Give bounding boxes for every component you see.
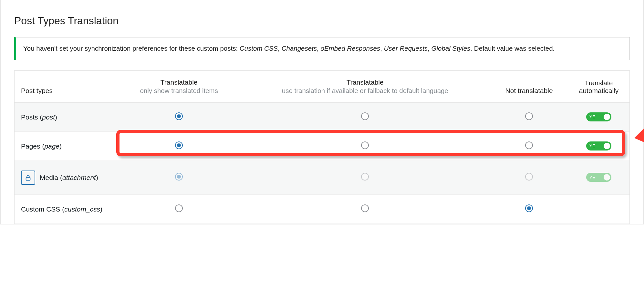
post-type-name-cell: Media (attachment) [15,161,118,194]
notice-item: Custom CSS [240,45,278,52]
sync-preferences-notice: You haven't set your synchronization pre… [14,37,630,60]
translate-auto-toggle: YE [586,173,611,182]
radio-cell [118,131,240,161]
col-header-translatable-only: Translatable only show translated items [118,71,240,103]
toggle-knob [604,174,610,181]
toggle-label: YE [589,175,595,180]
table-row: Pages (page)YE [15,131,629,161]
radio-not-translatable[interactable] [525,112,533,120]
col-header-not-translatable: Not translatable [490,71,568,103]
radio-cell [118,161,240,194]
translate-auto-toggle[interactable]: YE [586,141,611,150]
radio-translatable-only[interactable] [175,112,183,120]
post-types-table: Post types Translatable only show transl… [15,71,629,224]
radio-translatable-fallback[interactable] [361,204,369,212]
col-header-translate-auto: Translate automatically [568,71,629,103]
notice-item: Changesets [282,45,317,52]
radio-translatable-fallback[interactable] [361,112,369,120]
toggle-knob [604,114,610,120]
radio-translatable-fallback [361,173,369,181]
radio-not-translatable[interactable] [525,204,533,212]
radio-cell [490,131,568,161]
radio-cell [240,131,490,161]
toggle-cell: YE [568,102,629,131]
section-title: Post Types Translation [14,0,630,37]
post-type-name-cell: Pages (page) [15,131,118,161]
table-row: Media (attachment)YE [15,161,629,194]
radio-cell [490,161,568,194]
toggle-cell: YE [568,161,629,194]
toggle-label: YE [589,114,595,119]
radio-cell [490,194,568,223]
post-type-label: Pages (page) [21,142,62,150]
radio-cell [118,102,240,131]
col-header-post-types: Post types [15,71,118,103]
col-header-translatable-fallback: Translatable use translation if availabl… [240,71,490,103]
notice-item: User Requests [384,45,428,52]
radio-translatable-only[interactable] [175,141,183,149]
table-row: Posts (post)YE [15,102,629,131]
post-type-name-cell: Posts (post) [15,102,118,131]
post-type-label: Media (attachment) [40,174,98,181]
radio-translatable-only [175,173,183,181]
radio-not-translatable [525,173,533,181]
translate-auto-toggle[interactable]: YE [586,112,611,121]
toggle-cell: YE [568,131,629,161]
notice-prefix: You haven't set your synchronization pre… [23,45,240,52]
post-type-label: Custom CSS (custom_css) [21,205,102,213]
radio-cell [490,102,568,131]
toggle-cell [568,194,629,223]
radio-not-translatable[interactable] [525,141,533,149]
radio-cell [240,194,490,223]
post-type-label: Posts (post) [21,113,57,121]
lock-icon[interactable] [21,171,35,185]
svg-rect-0 [26,177,30,180]
post-type-name-cell: Custom CSS (custom_css) [15,194,118,223]
radio-translatable-only[interactable] [175,204,183,212]
notice-suffix: . Default value was selected. [470,45,555,52]
radio-cell [240,161,490,194]
table-row: Custom CSS (custom_css) [15,194,629,223]
radio-cell [240,102,490,131]
radio-translatable-fallback[interactable] [361,141,369,149]
notice-item: oEmbed Responses [321,45,380,52]
radio-cell [118,194,240,223]
notice-item: Global Styles [431,45,471,52]
toggle-label: YE [589,143,595,148]
toggle-knob [604,143,610,149]
